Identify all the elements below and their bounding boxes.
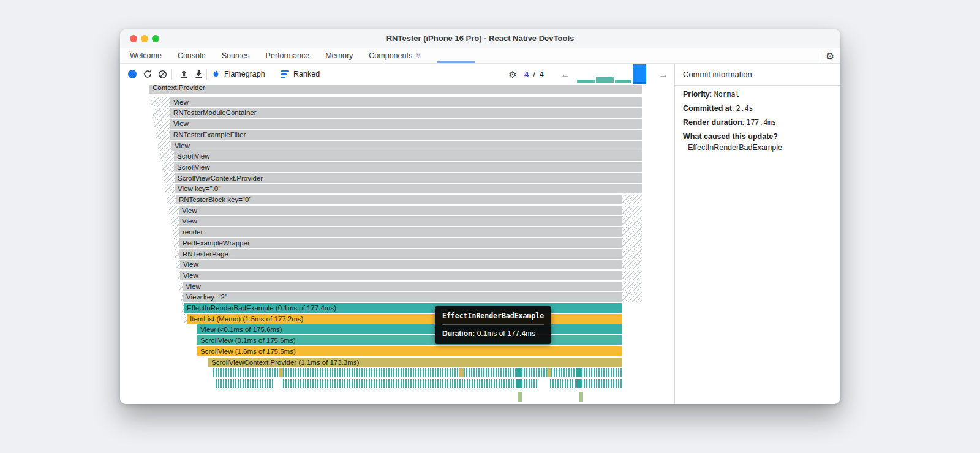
flame-bar-label: ScrollView (0.1ms of 175.6ms) — [197, 335, 622, 345]
did-not-render-hatch — [158, 141, 172, 151]
flame-bar[interactable]: View — [183, 282, 622, 291]
flame-micro-bars[interactable] — [216, 379, 274, 388]
flame-bar[interactable]: ScrollView (0.1ms of 175.6ms) — [197, 335, 622, 345]
flame-bar[interactable]: View — [180, 260, 622, 269]
flame-micro-bars[interactable] — [576, 379, 581, 388]
flame-bar[interactable]: ScrollView — [174, 162, 642, 172]
tab-label: Sources — [222, 51, 250, 60]
tooltip-duration-label: Duration: — [442, 329, 475, 338]
flame-bar[interactable]: render — [179, 227, 622, 237]
flame-micro-bars[interactable] — [521, 379, 538, 388]
flame-bar[interactable]: View — [172, 141, 642, 151]
flame-bar[interactable]: RNTesterExampleFilter — [170, 130, 642, 140]
flame-bar[interactable]: View — [170, 97, 642, 107]
tab-welcome[interactable]: Welcome — [130, 48, 162, 63]
record-button[interactable] — [125, 64, 140, 84]
flame-bar[interactable]: View — [180, 271, 622, 280]
commit-bar-2[interactable] — [596, 77, 614, 83]
did-not-render-hatch — [173, 227, 179, 237]
chart-settings-gear-icon[interactable]: ⚙ — [507, 64, 519, 84]
flame-bar[interactable]: ScrollViewContext.Provider — [175, 173, 642, 183]
commit-separator: / — [533, 70, 535, 79]
commit-info-header: Commit information — [683, 64, 840, 85]
clear-profile-button[interactable] — [155, 64, 170, 84]
tab-label: Console — [178, 51, 206, 60]
did-not-render-hatch — [171, 216, 179, 226]
flame-micro-bars[interactable] — [516, 368, 521, 377]
flame-micro-bars[interactable] — [516, 379, 521, 388]
flame-bar[interactable]: ItemList (Memo) (1.5ms of 177.2ms) — [187, 314, 622, 324]
flame-bar[interactable]: Context.Provider — [149, 85, 642, 94]
did-not-render-hatch — [154, 119, 170, 129]
flame-bar-label: RNTesterExampleFilter — [170, 130, 642, 140]
tab-sources[interactable]: Sources — [222, 48, 250, 63]
ranked-icon — [281, 70, 289, 78]
tooltip-divider — [442, 324, 544, 325]
flame-micro-bars[interactable] — [581, 379, 622, 388]
flame-bar[interactable]: ScrollViewContext.Provider (1.1ms of 173… — [208, 358, 622, 367]
flame-micro-bars[interactable] — [547, 368, 551, 377]
flame-micro-bars[interactable] — [581, 368, 622, 377]
flame-micro-bars[interactable] — [550, 379, 576, 388]
commit-bar-3[interactable] — [615, 80, 631, 83]
did-not-render-hatch — [156, 130, 170, 140]
tab-flamegraph[interactable]: Flamegraph — [212, 64, 265, 84]
flame-bar-label: render — [179, 227, 622, 237]
download-profile-button[interactable] — [191, 64, 206, 84]
next-commit-button[interactable]: → — [658, 64, 669, 84]
flame-bar-tiny[interactable] — [518, 392, 522, 402]
commit-index: 4 — [524, 70, 529, 79]
flame-icon — [212, 70, 220, 79]
flame-bar[interactable]: View — [170, 119, 642, 129]
flame-bar[interactable]: PerfExampleWrapper — [179, 238, 622, 248]
flame-bar-label: Context.Provider — [149, 85, 642, 92]
flame-micro-bars[interactable] — [283, 379, 516, 388]
flame-bar[interactable]: ScrollView (1.6ms of 175.5ms) — [197, 346, 622, 356]
commit-info-panel: Priority: Normal Committed at: 2.4s Rend… — [683, 90, 833, 152]
flame-bar[interactable]: RNTesterPage — [179, 249, 622, 259]
did-not-render-hatch — [167, 195, 176, 204]
update-cause-item[interactable]: EffectInRenderBadExample — [683, 143, 833, 152]
flame-micro-bars[interactable] — [521, 368, 547, 377]
flame-bar[interactable]: View key="2" — [183, 292, 622, 302]
did-not-render-hatch — [160, 151, 174, 161]
previous-commit-button[interactable]: ← — [560, 64, 571, 84]
tab-ranked[interactable]: Ranked — [281, 64, 320, 84]
tab-memory[interactable]: Memory — [325, 48, 353, 63]
tab-performance[interactable]: Performance — [266, 48, 310, 63]
tab-console[interactable]: Console — [178, 48, 206, 63]
upload-profile-button[interactable] — [176, 64, 191, 84]
tab-profiler[interactable] — [437, 48, 475, 63]
commit-bar-1[interactable] — [577, 80, 595, 83]
commit-selector-chart — [573, 64, 644, 84]
flame-bar[interactable]: View — [179, 216, 622, 226]
flame-bar[interactable]: RNTesterModuleContainer — [170, 108, 642, 118]
flame-bar-label: View — [172, 141, 642, 151]
reload-profile-button[interactable] — [140, 64, 155, 84]
flame-bar[interactable]: RNTesterBlock key="0" — [176, 195, 622, 204]
update-cause-label: What caused this update? — [683, 132, 833, 141]
flame-micro-bars[interactable] — [576, 368, 581, 377]
did-not-render-hatch — [153, 108, 170, 118]
flame-bar[interactable]: View — [179, 206, 622, 215]
did-not-render-hatch — [622, 195, 642, 204]
flame-bar[interactable]: EffectInRenderBadExample (0.1ms of 177.4… — [184, 303, 622, 313]
flame-bar[interactable]: ScrollView — [174, 151, 642, 161]
flame-micro-bars[interactable] — [464, 368, 516, 377]
settings-gear-icon[interactable]: ⚙ — [826, 51, 834, 61]
tooltip-title: EffectInRenderBadExample — [442, 312, 544, 320]
tab-label: Components — [369, 51, 412, 60]
flame-micro-bars[interactable] — [459, 368, 464, 377]
flame-micro-bars[interactable] — [213, 368, 279, 377]
commit-bar-4-selected[interactable] — [633, 64, 646, 84]
flame-micro-bars[interactable] — [551, 368, 576, 377]
tab-components[interactable]: Components⚛ — [369, 48, 421, 63]
render-duration-label: Render duration — [683, 118, 742, 127]
flame-bar[interactable]: View key=".0" — [175, 184, 642, 193]
flame-micro-bars[interactable] — [279, 368, 283, 377]
flame-bar-label: RNTesterModuleContainer — [170, 108, 642, 118]
flame-micro-bars[interactable] — [283, 368, 459, 377]
flame-bar[interactable]: View (<0.1ms of 175.6ms) — [197, 324, 622, 334]
devtools-window: RNTester (iPhone 16 Pro) - React Native … — [120, 29, 840, 404]
flame-bar-tiny[interactable] — [579, 392, 583, 402]
